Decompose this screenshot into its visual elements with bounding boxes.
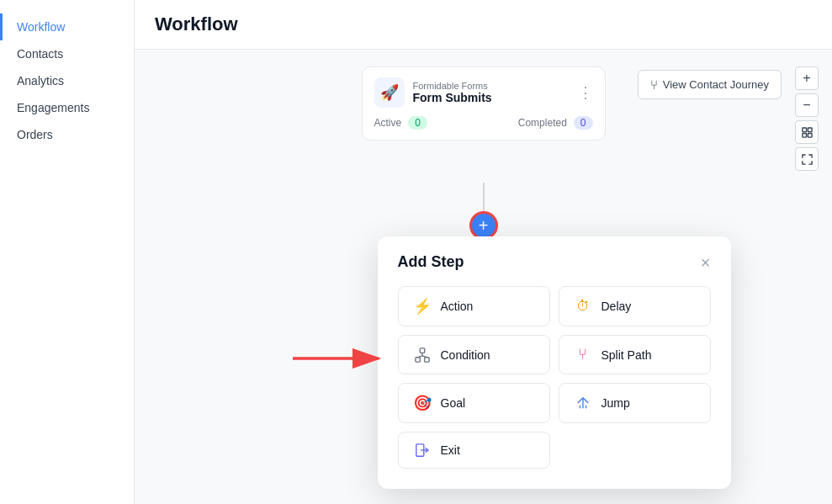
active-label: Active xyxy=(374,117,402,129)
svg-rect-4 xyxy=(420,347,424,352)
completed-label: Completed xyxy=(518,117,567,129)
sidebar-item-workflow[interactable]: Workflow xyxy=(0,13,134,40)
add-step-modal: Add Step × ⚡ Action ⏱ Delay xyxy=(378,236,731,489)
add-step-button[interactable]: + xyxy=(469,211,498,240)
trigger-name: Form Submits xyxy=(413,91,570,104)
step-action-button[interactable]: ⚡ Action xyxy=(398,286,550,326)
condition-icon xyxy=(412,347,432,363)
modal-close-button[interactable]: × xyxy=(701,254,711,271)
svg-rect-0 xyxy=(802,127,806,131)
sidebar-item-analytics[interactable]: Analytics xyxy=(0,67,134,94)
sidebar-item-engagements[interactable]: Engagements xyxy=(0,94,134,121)
sidebar: Workflow Contacts Analytics Engagements … xyxy=(0,0,135,504)
fit-view-button[interactable] xyxy=(795,120,819,144)
step-jump-button[interactable]: Jump xyxy=(559,383,711,423)
journey-icon: ⑂ xyxy=(650,77,658,92)
trigger-menu-button[interactable]: ⋮ xyxy=(578,85,593,100)
view-contact-journey-button[interactable]: ⑂ View Contact Journey xyxy=(638,70,782,99)
active-count: 0 xyxy=(408,116,427,130)
step-delay-button[interactable]: ⏱ Delay xyxy=(559,286,711,326)
goal-label: Goal xyxy=(441,396,466,410)
svg-rect-3 xyxy=(808,133,812,137)
jump-icon xyxy=(573,395,593,411)
exit-icon xyxy=(412,443,432,458)
action-icon: ⚡ xyxy=(412,297,432,316)
zoom-controls: + − xyxy=(795,66,819,171)
expand-button[interactable] xyxy=(795,147,819,171)
svg-line-8 xyxy=(417,355,421,357)
step-exit-button[interactable]: Exit xyxy=(398,432,550,469)
modal-header: Add Step × xyxy=(398,253,711,271)
svg-rect-2 xyxy=(802,133,806,137)
svg-rect-6 xyxy=(424,357,428,361)
svg-rect-5 xyxy=(415,357,419,361)
svg-line-11 xyxy=(577,398,582,403)
step-condition-button[interactable]: Condition xyxy=(398,335,550,374)
highlight-arrow xyxy=(284,340,394,380)
step-goal-button[interactable]: 🎯 Goal xyxy=(398,383,550,423)
trigger-card: 🚀 Formidable Forms Form Submits ⋮ Active… xyxy=(362,66,606,141)
sidebar-item-orders[interactable]: Orders xyxy=(0,121,134,148)
trigger-info: Formidable Forms Form Submits xyxy=(413,81,570,104)
split-path-label: Split Path xyxy=(601,348,652,362)
delay-icon: ⏱ xyxy=(573,299,593,314)
workflow-canvas: ⑂ View Contact Journey + − xyxy=(135,50,832,504)
sidebar-item-contacts[interactable]: Contacts xyxy=(0,40,134,67)
zoom-in-button[interactable]: + xyxy=(795,66,819,90)
trigger-source: Formidable Forms xyxy=(413,81,570,91)
page-header: Workflow xyxy=(135,0,832,50)
zoom-out-button[interactable]: − xyxy=(795,93,819,117)
goal-icon: 🎯 xyxy=(412,394,432,412)
main-content: Workflow ⑂ View Contact Journey + − xyxy=(135,0,832,504)
completed-count: 0 xyxy=(574,116,593,130)
step-split-path-button[interactable]: ⑂ Split Path xyxy=(559,335,711,374)
delay-label: Delay xyxy=(601,300,632,313)
trigger-stats: Active 0 Completed 0 xyxy=(374,116,593,130)
condition-label: Condition xyxy=(441,348,490,362)
svg-line-9 xyxy=(422,355,427,357)
action-label: Action xyxy=(441,300,474,313)
step-options-grid: ⚡ Action ⏱ Delay xyxy=(398,286,711,469)
svg-rect-1 xyxy=(808,127,812,131)
trigger-icon: 🚀 xyxy=(374,77,405,108)
exit-label: Exit xyxy=(441,443,460,457)
page-title: Workflow xyxy=(155,13,812,35)
modal-title: Add Step xyxy=(398,253,464,271)
split-path-icon: ⑂ xyxy=(573,346,593,363)
svg-line-12 xyxy=(583,398,588,403)
jump-label: Jump xyxy=(601,396,630,410)
